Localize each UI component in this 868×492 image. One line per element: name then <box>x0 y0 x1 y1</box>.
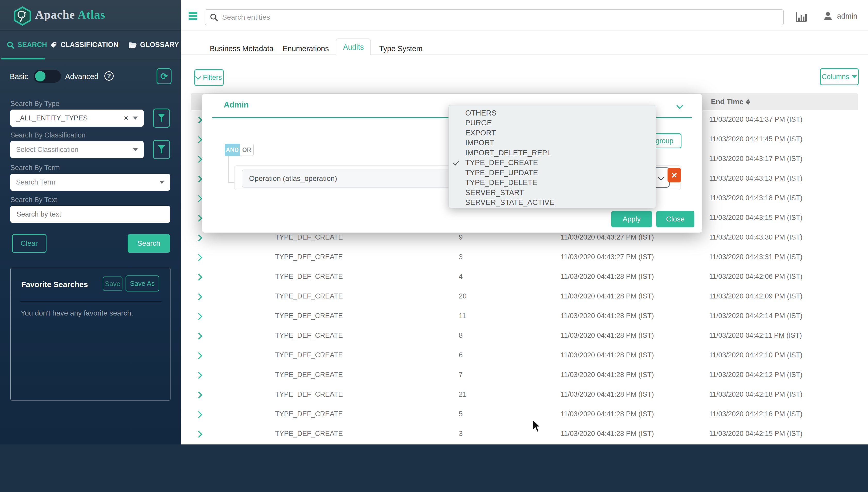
refresh-button[interactable]: ⟳ <box>157 68 172 84</box>
table-row[interactable]: TYPE_DEF_CREATE711/03/2020 04:41:28 PM (… <box>191 366 858 387</box>
logic-and-button[interactable]: AND <box>225 144 240 156</box>
logic-or-button[interactable]: OR <box>240 144 254 156</box>
count-cell: 4 <box>459 267 463 286</box>
dropdown-option[interactable]: OTHERS <box>449 108 656 118</box>
classification-attribute-filter-button[interactable] <box>153 140 170 159</box>
expand-row-icon[interactable] <box>195 254 202 261</box>
clear-button[interactable]: Clear <box>12 234 47 253</box>
entity-search-input[interactable] <box>222 13 778 22</box>
search-button[interactable]: Search <box>128 234 170 253</box>
attribute-select-value: Operation (atlas_operation) <box>249 174 337 183</box>
brand-title[interactable]: Apache Atlas <box>35 8 105 21</box>
tab-enumerations[interactable]: Enumerations <box>283 45 329 53</box>
collapse-chevron-icon[interactable] <box>676 102 683 109</box>
close-button[interactable]: Close <box>656 211 694 227</box>
dropdown-option[interactable]: EXPORT <box>449 128 656 138</box>
favorites-divider <box>20 301 162 302</box>
mouse-cursor <box>532 419 542 434</box>
expand-row-icon[interactable] <box>195 136 202 143</box>
tab-business-metadata[interactable]: Business Metadata <box>210 45 274 53</box>
table-row[interactable]: TYPE_DEF_CREATE311/03/2020 04:41:28 PM (… <box>191 424 858 446</box>
toggle-knob[interactable] <box>35 71 46 81</box>
rule-connector-line <box>228 182 235 183</box>
sidebar-tab-search[interactable]: SEARCH <box>7 41 47 49</box>
end-time-cell: 11/03/2020 04:43:13 PM (IST) <box>709 169 802 187</box>
dropdown-option[interactable]: SERVER_STATE_ACTIVE <box>449 198 656 208</box>
end-time-cell: 11/03/2020 04:43:15 PM (IST) <box>709 208 802 227</box>
search-by-classification-select[interactable]: Select Classification <box>10 141 144 158</box>
dropdown-option-selected[interactable]: TYPE_DEF_CREATE <box>449 158 656 168</box>
expand-row-icon[interactable] <box>195 175 202 182</box>
tab-audits[interactable]: Audits <box>336 39 371 55</box>
search-by-type-select[interactable]: _ALL_ENTITY_TYPES × <box>10 109 144 127</box>
atlas-logo-icon[interactable] <box>14 6 31 26</box>
expand-row-icon[interactable] <box>195 235 202 241</box>
search-by-text-input[interactable] <box>16 210 164 219</box>
user-menu[interactable]: admin <box>822 10 858 22</box>
remove-filter-button[interactable]: ✕ <box>667 168 681 182</box>
caret-down-icon <box>159 181 164 184</box>
search-by-term-select[interactable]: Search Term <box>10 174 170 191</box>
end-time-cell: 11/03/2020 04:43:17 PM (IST) <box>709 150 802 168</box>
dropdown-option[interactable]: SERVER_START <box>449 188 656 198</box>
end-time-sort-header[interactable]: End Time <box>711 93 750 110</box>
type-attribute-filter-button[interactable] <box>153 108 170 128</box>
operation-cell: TYPE_DEF_CREATE <box>275 366 343 384</box>
filters-button[interactable]: Filters <box>194 69 224 86</box>
start-time-cell: 11/03/2020 04:41:28 PM (IST) <box>561 385 654 403</box>
funnel-icon <box>158 145 165 154</box>
dropdown-option[interactable]: IMPORT_DELETE_REPL <box>449 148 656 158</box>
expand-row-icon[interactable] <box>195 156 202 163</box>
expand-row-icon[interactable] <box>195 195 202 202</box>
table-row[interactable]: TYPE_DEF_CREATE611/03/2020 04:41:28 PM (… <box>191 346 858 367</box>
end-time-cell: 11/03/2020 04:42:12 PM (IST) <box>709 366 802 384</box>
end-time-cell: 11/03/2020 04:43:31 PM (IST) <box>709 248 802 266</box>
table-row[interactable]: TYPE_DEF_CREATE2111/03/2020 04:41:28 PM … <box>191 385 858 407</box>
expand-row-icon[interactable] <box>195 372 202 379</box>
count-cell: 20 <box>459 287 466 305</box>
sidebar-tab-classification[interactable]: CLASSIFICATION <box>50 41 119 49</box>
dropdown-option[interactable]: TYPE_DEF_UPDATE <box>449 168 656 178</box>
search-by-text-box <box>10 206 170 223</box>
end-time-cell: 11/03/2020 04:42:16 PM (IST) <box>709 405 802 423</box>
columns-button[interactable]: Columns <box>820 68 859 85</box>
tab-type-system[interactable]: Type System <box>379 45 423 53</box>
favorite-searches-panel: Favorite Searches Save Save As You don't… <box>10 268 171 400</box>
tabs-divider <box>181 54 868 55</box>
table-row[interactable]: TYPE_DEF_CREATE411/03/2020 04:41:28 PM (… <box>191 267 858 289</box>
caret-down-icon <box>133 117 138 120</box>
expand-row-icon[interactable] <box>195 333 202 340</box>
hamburger-menu-icon[interactable] <box>188 12 197 20</box>
expand-row-icon[interactable] <box>195 352 202 359</box>
expand-row-icon[interactable] <box>195 392 202 398</box>
table-row[interactable]: TYPE_DEF_CREATE311/03/2020 04:43:27 PM (… <box>191 248 858 269</box>
expand-row-icon[interactable] <box>195 431 202 438</box>
expand-row-icon[interactable] <box>195 313 202 320</box>
table-row[interactable]: TYPE_DEF_CREATE1111/03/2020 04:41:28 PM … <box>191 307 858 328</box>
table-row[interactable]: TYPE_DEF_CREATE811/03/2020 04:41:28 PM (… <box>191 326 858 348</box>
apply-button[interactable]: Apply <box>611 211 652 227</box>
dropdown-option[interactable]: PURGE <box>449 118 656 128</box>
save-button[interactable]: Save <box>103 276 123 291</box>
expand-row-icon[interactable] <box>195 411 202 418</box>
save-as-button[interactable]: Save As <box>126 275 159 292</box>
option-label: IMPORT_DELETE_REPL <box>465 149 551 157</box>
expand-row-icon[interactable] <box>195 274 202 280</box>
expand-row-icon[interactable] <box>195 215 202 222</box>
table-row[interactable]: TYPE_DEF_CREATE2011/03/2020 04:41:28 PM … <box>191 287 858 308</box>
expand-row-icon[interactable] <box>195 293 202 300</box>
dropdown-option[interactable]: IMPORT <box>449 138 656 148</box>
help-icon[interactable]: ? <box>104 71 114 81</box>
start-time-cell: 11/03/2020 04:41:28 PM (IST) <box>561 405 654 423</box>
start-time-cell: 11/03/2020 04:41:28 PM (IST) <box>561 307 654 325</box>
option-label: PURGE <box>465 119 492 127</box>
expand-row-icon[interactable] <box>195 117 202 124</box>
sidebar-tab-glossary[interactable]: GLOSSARY <box>129 41 179 49</box>
clear-type-icon[interactable]: × <box>124 114 128 122</box>
dropdown-option[interactable]: TYPE_DEF_DELETE <box>449 178 656 188</box>
term-placeholder: Search Term <box>16 178 55 186</box>
caret-down-icon <box>133 148 138 151</box>
table-row[interactable]: TYPE_DEF_CREATE511/03/2020 04:41:28 PM (… <box>191 405 858 426</box>
start-time-cell: 11/03/2020 04:41:28 PM (IST) <box>561 326 654 344</box>
statistics-icon[interactable] <box>795 11 808 23</box>
